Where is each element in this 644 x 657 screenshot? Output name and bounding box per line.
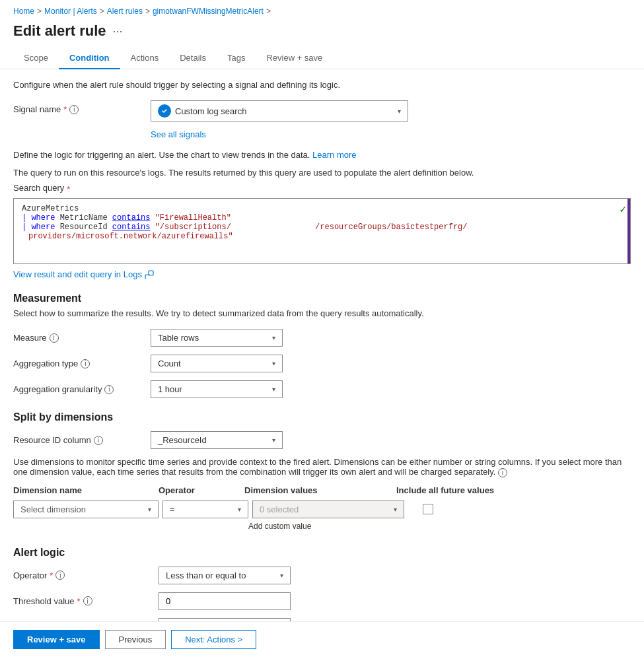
aggregation-type-field: Aggregation type i Count ▾ xyxy=(13,355,631,372)
signal-name-label: Signal name * i xyxy=(13,100,145,114)
dimensions-note: Use dimensions to monitor specific time … xyxy=(13,457,631,477)
resource-id-dropdown[interactable]: _ResourceId ▾ xyxy=(151,431,283,449)
condition-section-desc: Configure when the alert rule should tri… xyxy=(13,80,631,90)
footer-actions: Review + save Previous Next: Actions > xyxy=(0,621,644,657)
tab-details[interactable]: Details xyxy=(169,48,217,69)
query-note: The query to run on this resource's logs… xyxy=(13,168,631,178)
signal-name-field: Signal name * i Custom log search ▾ xyxy=(13,100,631,121)
dimension-values-dropdown[interactable]: 0 selected ▾ xyxy=(252,501,404,518)
operator-info-icon[interactable]: i xyxy=(55,571,65,580)
include-future-values-checkbox[interactable] xyxy=(423,504,433,514)
page-header: Edit alert rule ··· xyxy=(0,20,644,48)
signal-name-value: Custom log search xyxy=(175,106,246,116)
aggregation-type-dropdown[interactable]: Count ▾ xyxy=(151,355,283,372)
previous-button[interactable]: Previous xyxy=(105,630,166,649)
aggregation-granularity-info-icon[interactable]: i xyxy=(104,385,114,394)
see-all-signals-link[interactable]: See all signals xyxy=(151,129,631,139)
resource-id-info-icon[interactable]: i xyxy=(94,436,103,445)
query-content: AzureMetrics | where MetricName contains… xyxy=(22,204,622,241)
breadcrumb: Home > Monitor | Alerts > Alert rules > … xyxy=(0,0,644,20)
threshold-info-icon[interactable]: i xyxy=(83,596,92,605)
split-title: Split by dimensions xyxy=(13,411,631,423)
search-query-label: Search query xyxy=(13,183,64,193)
dimension-name-dropdown[interactable]: Select dimension ▾ xyxy=(13,501,159,518)
aggregation-granularity-label: Aggregation granularity i xyxy=(13,380,145,394)
alert-logic-title: Alert logic xyxy=(13,547,631,559)
dimension-name-chevron-icon: ▾ xyxy=(148,506,151,513)
define-logic-text: Define the logic for triggering an alert… xyxy=(13,150,631,160)
aggregation-type-chevron-icon: ▾ xyxy=(272,360,275,367)
view-result-link[interactable]: View result and edit query in Logs xyxy=(13,269,631,279)
add-custom-value-label: Add custom value xyxy=(248,522,311,531)
dimension-operator-dropdown[interactable]: = ▾ xyxy=(162,501,248,518)
breadcrumb-monitor[interactable]: Monitor | Alerts xyxy=(44,7,97,16)
measure-info-icon[interactable]: i xyxy=(50,333,59,343)
tab-bar: Scope Condition Actions Details Tags Rev… xyxy=(0,48,644,69)
signal-icon xyxy=(158,104,171,118)
breadcrumb-alert-rules[interactable]: Alert rules xyxy=(107,7,143,16)
external-link-icon xyxy=(145,270,154,279)
measure-chevron-icon: ▾ xyxy=(272,334,275,341)
query-scroll-indicator xyxy=(627,199,630,263)
tab-condition[interactable]: Condition xyxy=(59,48,120,69)
tab-review-save[interactable]: Review + save xyxy=(256,48,333,69)
signal-name-info-icon[interactable]: i xyxy=(69,105,79,114)
measurement-desc: Select how to summarize the results. We … xyxy=(13,308,631,318)
resource-id-column-label: Resource ID column i xyxy=(13,431,145,445)
tab-scope[interactable]: Scope xyxy=(13,48,59,69)
aggregation-type-info-icon[interactable]: i xyxy=(81,359,90,368)
aggregation-granularity-dropdown[interactable]: 1 hour ▾ xyxy=(151,380,283,398)
signal-dropdown-chevron: ▾ xyxy=(398,108,401,115)
dim-header-operator: Operator xyxy=(159,485,244,495)
signal-name-dropdown[interactable]: Custom log search ▾ xyxy=(151,100,408,121)
threshold-input[interactable] xyxy=(159,592,291,610)
search-query-box[interactable]: AzureMetrics | where MetricName contains… xyxy=(13,198,631,264)
resource-id-column-field: Resource ID column i _ResourceId ▾ xyxy=(13,431,631,449)
operator-field: Operator * i Less than or equal to ▾ xyxy=(13,567,631,584)
measurement-title: Measurement xyxy=(13,293,631,304)
tab-tags[interactable]: Tags xyxy=(217,48,256,69)
dim-header-future: Include all future values xyxy=(396,485,515,495)
dimension-values-chevron-icon: ▾ xyxy=(394,506,397,513)
measure-label: Measure i xyxy=(13,329,145,343)
operator-label: Operator * i xyxy=(13,571,159,580)
dim-header-name: Dimension name xyxy=(13,485,159,495)
measure-field: Measure i Table rows ▾ xyxy=(13,329,631,347)
measure-dropdown[interactable]: Table rows ▾ xyxy=(151,329,283,347)
dim-header-values: Dimension values xyxy=(244,485,396,495)
aggregation-granularity-chevron-icon: ▾ xyxy=(272,386,275,393)
query-valid-icon: ✓ xyxy=(620,203,626,216)
aggregation-type-label: Aggregation type i xyxy=(13,355,145,368)
dimension-row: Select dimension ▾ = ▾ 0 selected ▾ xyxy=(13,501,631,518)
threshold-label: Threshold value * i xyxy=(13,596,159,606)
aggregation-granularity-field: Aggregation granularity i 1 hour ▾ xyxy=(13,380,631,398)
add-custom-value-area: Add custom value xyxy=(248,521,631,531)
dimensions-note-info-icon[interactable]: i xyxy=(498,468,507,477)
next-button[interactable]: Next: Actions > xyxy=(171,630,256,649)
split-by-dimensions-section: Split by dimensions Resource ID column i… xyxy=(13,411,631,531)
resource-id-chevron-icon: ▾ xyxy=(272,436,275,444)
page-title: Edit alert rule xyxy=(13,22,106,40)
dimensions-table-header: Dimension name Operator Dimension values… xyxy=(13,485,631,495)
operator-dropdown[interactable]: Less than or equal to ▾ xyxy=(159,567,291,584)
tab-actions[interactable]: Actions xyxy=(120,48,170,69)
more-options-icon[interactable]: ··· xyxy=(113,24,123,38)
review-save-button[interactable]: Review + save xyxy=(13,630,100,649)
breadcrumb-alert-name[interactable]: gimotwanFWMissingMetricAlert xyxy=(153,7,264,16)
threshold-field: Threshold value * i xyxy=(13,592,631,610)
learn-more-link[interactable]: Learn more xyxy=(312,150,356,160)
dimension-operator-chevron-icon: ▾ xyxy=(238,506,241,513)
operator-chevron-icon: ▾ xyxy=(280,572,283,579)
breadcrumb-home[interactable]: Home xyxy=(13,7,34,16)
